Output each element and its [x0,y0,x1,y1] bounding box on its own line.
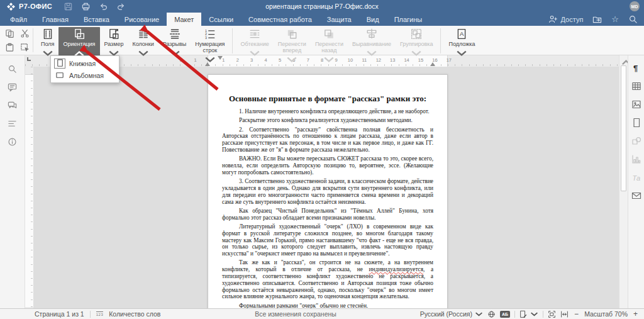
right-sidebar: ¶ Та [628,55,644,308]
sidebar-search-button[interactable] [8,64,17,74]
tabstop-selector[interactable] [27,57,31,61]
document-page[interactable]: Основные принятые в формате "рассказ" ра… [208,74,448,319]
textart-settings-button: Та [631,172,641,182]
fit-to-width-button[interactable] [560,310,569,318]
document-paragraph[interactable]: Литературный художественный "очерк" (ЛХО… [222,223,433,257]
page-portrait-icon [54,59,65,69]
table-settings-button[interactable] [631,81,641,91]
word-count-icon: 123 [96,311,104,316]
orientation-option-portrait[interactable]: Книжная [51,57,119,69]
line-numbers-button[interactable]: 123Нумерациястрок [191,27,229,66]
wrapping-label: Обтекание [240,41,269,47]
fit-to-page-button[interactable] [548,310,556,318]
sidebar-about-button[interactable] [8,137,17,147]
app-logo: Р7-ОФИС [6,2,52,11]
group-button: Группировка [396,27,437,60]
columns-label: Колонки [132,41,153,47]
orientation-icon [74,28,85,40]
document-paragraph[interactable]: Раскрытие этого конфликта реализуется ху… [222,117,433,124]
document-language-button[interactable] [487,310,496,318]
document-paragraph[interactable]: ВАЖНО. Если Вы можете пересказать СЮЖЕТ … [222,155,433,176]
mail-merge-button[interactable] [631,191,641,201]
paste-button[interactable] [5,43,15,53]
save-button[interactable] [64,2,73,11]
tab-draw[interactable]: Рисование [117,13,167,26]
tab-insert[interactable]: Вставка [76,13,117,26]
chevron-down-icon [204,54,216,65]
watermark-icon: A [456,28,467,40]
ruler-ticks-vertical [31,67,33,308]
tab-layout[interactable]: Макет [167,13,201,26]
save-status: Все изменения сохранены [255,310,336,318]
tab-collaboration[interactable]: Совместная работа [241,13,319,26]
vertical-scrollbar[interactable] [619,55,628,308]
page-indicator[interactable]: Страница 1 из 1 [35,310,84,318]
document-paragraph[interactable]: 3. Соответственно художественной задачи,… [222,178,433,205]
chevron-down-icon [138,48,149,59]
tab-plugins[interactable]: Плагины [387,13,430,26]
chart-settings-button [631,154,641,164]
image-settings-button[interactable] [631,99,641,109]
svg-text:¶: ¶ [633,64,638,73]
cut-button[interactable] [20,29,30,39]
tab-home[interactable]: Главная [35,13,76,26]
statusbar-separator [514,311,515,318]
document-paragraph[interactable]: 2. Соответственно "рассказу" свойственна… [222,126,433,154]
watermark-button[interactable]: AПодложка [444,27,479,60]
language-selector[interactable]: Русский (Россия) [420,310,483,318]
orientation-option-landscape[interactable]: Альбомная [51,69,119,81]
avatar[interactable]: MD [630,1,640,11]
open-file-location-button[interactable] [592,14,602,24]
zoom-level: Масштаб 70% [584,310,628,318]
document-paragraph[interactable]: 1. Наличие внутреннего конфликта определ… [222,108,433,115]
chevron-down-icon [323,54,335,65]
tab-protection[interactable]: Защита [319,13,359,26]
access-button[interactable]: Доступ [548,14,584,24]
tab-file[interactable]: Файл [3,13,35,26]
sidebar-comments-button[interactable] [8,82,17,92]
track-changes-button[interactable] [519,310,538,318]
word-count-button[interactable]: Количество слов [109,310,160,318]
titlebar-search-button[interactable] [628,14,638,24]
send-backward-button: Перенестиназад [311,27,348,66]
redo-button[interactable] [116,2,126,11]
document-paragraph[interactable]: Как образец "Чистый Понедельник" из "Тём… [222,208,433,221]
paragraph-settings-button[interactable]: ¶ [631,63,641,73]
scrollbar-thumb[interactable] [621,65,626,191]
print-button[interactable] [81,2,91,11]
copy-button[interactable] [5,29,15,39]
columns-icon [138,28,149,40]
breaks-button[interactable]: Разрывы [158,27,191,60]
document-paragraph[interactable]: Так же как и "рассказ", он строится не н… [222,259,433,300]
svg-text:Та: Та [632,174,640,182]
tab-view[interactable]: Вид [359,13,387,26]
orientation-option-label: Альбомная [69,72,104,79]
group-shapes-icon [411,28,422,40]
columns-button[interactable]: Колонки [128,27,158,60]
select-all-button[interactable] [20,43,30,53]
vertical-ruler[interactable] [25,67,33,308]
breaks-label: Разрывы [163,41,186,47]
align-label: Выравнивание [352,41,391,47]
tab-references[interactable]: Ссылки [201,13,241,26]
page-size-icon [108,28,119,40]
orientation-label: Ориентация [63,41,95,47]
line-numbers-label: Нумерациястрок [195,41,225,53]
sidebar-navigation-button[interactable] [8,119,17,128]
chevron-down-icon [411,48,422,59]
header-footer-settings-button[interactable] [631,118,641,128]
page-breaks-icon [169,28,180,40]
favorite-star-button[interactable]: ☆ [611,15,619,23]
zoom-out-button[interactable]: − [573,310,580,318]
zoom-in-button[interactable]: + [632,310,639,318]
svg-text:3: 3 [205,36,207,40]
misspelled-word[interactable]: индивидуализируется [369,266,423,272]
spellcheck-button[interactable]: АБ [500,311,510,318]
shape-settings-button [631,136,641,146]
document-heading[interactable]: Основные принятые в формате "рассказ" ра… [222,94,433,104]
chevron-down-icon [456,48,467,59]
undo-button[interactable] [99,2,108,11]
menu-tabs: ФайлГлавнаяВставкаРисованиеМакетСсылкиСо… [0,13,430,26]
chevron-down-icon [530,310,538,318]
sidebar-chat-button[interactable] [8,101,17,110]
